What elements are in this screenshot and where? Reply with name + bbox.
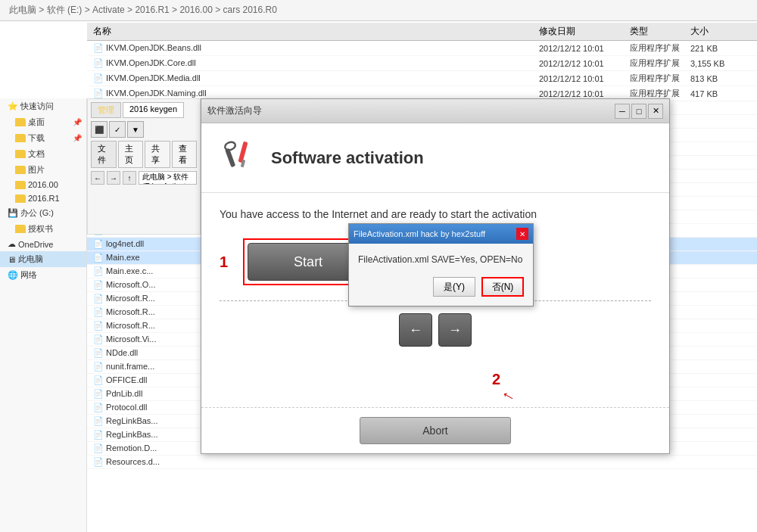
toolbar-tab-manage[interactable]: 管理 bbox=[91, 102, 121, 118]
sidebar-license[interactable]: 授权书 bbox=[0, 221, 86, 237]
file-activation-popup: FileActivation.xml hack by hex2stuff ✕ F… bbox=[348, 223, 534, 306]
sidebar-item-label: 2016.R1 bbox=[28, 194, 60, 203]
nav-up-btn[interactable]: ↑ bbox=[123, 171, 136, 185]
toolbar-btn-1[interactable]: ⬛ bbox=[91, 121, 107, 138]
folder-icon bbox=[15, 118, 26, 126]
sidebar-onedrive[interactable]: ☁ OneDrive bbox=[0, 237, 86, 251]
folder-icon bbox=[15, 134, 26, 142]
sidebar-item-label: 文档 bbox=[28, 148, 45, 160]
breadcrumb: 此电脑 > 软件 (E:) > Activate > 2016.R1 > 201… bbox=[0, 0, 757, 21]
drive-icon: 💾 bbox=[8, 208, 18, 218]
quick-access-icon: ⭐ bbox=[8, 101, 18, 111]
sidebar-item-label: 桌面 bbox=[28, 117, 45, 128]
sidebar-office-g[interactable]: 💾 办公 (G:) bbox=[0, 205, 86, 221]
toolbar-btn-group: ⬛ ✓ ▼ bbox=[91, 121, 144, 138]
dialog-icon-area bbox=[220, 138, 256, 177]
annotation-2: 2 bbox=[492, 371, 500, 388]
sidebar-2016-r1[interactable]: 2016.R1 bbox=[0, 191, 86, 205]
activation-status-text: You have access to the Internet and are … bbox=[220, 208, 651, 220]
col-name: 名称 bbox=[93, 25, 539, 38]
dialog-forward-btn[interactable]: → bbox=[438, 313, 472, 347]
dialog-minimize-btn[interactable]: ─ bbox=[615, 104, 630, 119]
tab-label: 查看 bbox=[179, 144, 187, 164]
sidebar-item-label: OneDrive bbox=[18, 240, 53, 249]
sidebar-item-label: 办公 (G:) bbox=[20, 207, 54, 219]
sidebar-downloads[interactable]: 下载 📌 bbox=[0, 130, 86, 146]
pin-icon: 📌 bbox=[73, 118, 82, 126]
table-row[interactable]: 📄 IKVM.OpenJDK.Beans.dll 2012/12/12 10:0… bbox=[87, 41, 757, 56]
toolbar-tab-keygen[interactable]: 2016 keygen bbox=[123, 102, 184, 118]
sidebar-item-label: 授权书 bbox=[28, 223, 53, 235]
popup-buttons: 是(Y) 否(N) bbox=[358, 277, 524, 297]
annotation-1: 1 bbox=[220, 254, 228, 271]
svg-rect-3 bbox=[225, 148, 235, 168]
tab-label: 管理 bbox=[98, 105, 114, 114]
sidebar-quick-access[interactable]: ⭐ 快速访问 bbox=[0, 98, 86, 114]
folder-icon bbox=[15, 194, 26, 203]
dialog-back-btn[interactable]: ← bbox=[399, 313, 432, 347]
back-arrow-icon: ← bbox=[409, 322, 422, 338]
dialog-window-controls: ─ □ ✕ bbox=[615, 104, 663, 119]
popup-body: FileActivation.xml SAVE=Yes, OPEN=No 是(Y… bbox=[349, 244, 533, 306]
tab-share[interactable]: 共享 bbox=[145, 141, 170, 168]
folder-icon bbox=[15, 166, 26, 174]
sidebar-documents[interactable]: 文档 bbox=[0, 146, 86, 162]
popup-close-btn[interactable]: ✕ bbox=[516, 228, 528, 240]
tools-icon bbox=[220, 138, 256, 175]
file-list-header: 名称 修改日期 类型 大小 bbox=[87, 23, 757, 41]
sidebar-2016-00[interactable]: 2016.00 bbox=[0, 178, 86, 191]
popup-title-text: FileActivation.xml hack by hex2stuff bbox=[354, 229, 485, 238]
explorer-toolbar-inner: 管理 2016 keygen ⬛ ✓ ▼ 文件 主页 共享 查看 ← → ↑ 此 bbox=[87, 98, 201, 235]
sidebar-item-label: 下载 bbox=[28, 132, 45, 144]
nav-forward-btn[interactable]: → bbox=[107, 171, 120, 185]
dialog-titlebar: 软件激活向导 ─ □ ✕ bbox=[201, 99, 669, 123]
toolbar-btn-3[interactable]: ▼ bbox=[127, 121, 144, 138]
cloud-icon: ☁ bbox=[8, 239, 16, 249]
table-row[interactable]: 📄 IKVM.OpenJDK.Media.dll 2012/12/12 10:0… bbox=[87, 71, 757, 86]
folder-icon bbox=[15, 225, 26, 233]
toolbar-buttons-row: ⬛ ✓ ▼ bbox=[91, 121, 197, 138]
dialog-close-btn[interactable]: ✕ bbox=[648, 104, 663, 119]
pin-icon: 📌 bbox=[73, 134, 82, 142]
nav-buttons-row: ← → bbox=[220, 313, 651, 347]
tab-label: 文件 bbox=[98, 144, 106, 164]
table-row[interactable]: 📄 IKVM.OpenJDK.Core.dll 2012/12/12 10:01… bbox=[87, 56, 757, 71]
popup-yes-btn[interactable]: 是(Y) bbox=[433, 277, 475, 297]
toolbar-btn-2[interactable]: ✓ bbox=[109, 121, 126, 138]
sidebar-this-pc[interactable]: 🖥 此电脑 bbox=[0, 251, 86, 267]
folder-icon bbox=[15, 181, 26, 189]
col-type: 类型 bbox=[630, 25, 690, 38]
nav-back-btn[interactable]: ← bbox=[91, 171, 104, 185]
sidebar-item-label: 快速访问 bbox=[20, 101, 54, 112]
sidebar-item-label: 图片 bbox=[28, 164, 45, 176]
sidebar-pictures[interactable]: 图片 bbox=[0, 162, 86, 178]
sidebar-item-label: 网络 bbox=[20, 269, 37, 281]
tab-home[interactable]: 主页 bbox=[118, 141, 144, 168]
address-nav-row: ← → ↑ 此电脑 > 软件 (E:) > Activate > 2016.R1… bbox=[91, 171, 197, 185]
tab-view[interactable]: 查看 bbox=[172, 141, 198, 168]
popup-no-btn[interactable]: 否(N) bbox=[481, 277, 524, 297]
dialog-maximize-btn[interactable]: □ bbox=[631, 104, 646, 119]
forward-arrow-icon: → bbox=[448, 322, 462, 338]
address-bar-inner: 此电脑 > 软件 (E:) > Activate > 2016.R1 > 201… bbox=[139, 171, 197, 185]
tab-label: 共享 bbox=[151, 144, 160, 164]
computer-icon: 🖥 bbox=[8, 255, 16, 264]
col-size: 大小 bbox=[690, 25, 751, 38]
popup-message: FileActivation.xml SAVE=Yes, OPEN=No bbox=[358, 254, 524, 265]
abort-button[interactable]: Abort bbox=[360, 417, 511, 444]
sidebar-item-label: 此电脑 bbox=[18, 254, 43, 265]
dialog-footer: Abort bbox=[201, 407, 669, 453]
popup-titlebar: FileActivation.xml hack by hex2stuff ✕ bbox=[349, 224, 533, 244]
explorer-left-panel: ⭐ 快速访问 桌面 📌 下载 📌 文档 图片 2016.00 2016.R1 bbox=[0, 98, 87, 532]
sidebar-desktop[interactable]: 桌面 📌 bbox=[0, 114, 86, 130]
dialog-title-text: 软件激活向导 bbox=[207, 104, 262, 117]
dialog-header: Software activation bbox=[201, 123, 669, 193]
toolbar-tabs-lower: 文件 主页 共享 查看 bbox=[91, 141, 197, 168]
sidebar-network[interactable]: 🌐 网络 bbox=[0, 267, 86, 283]
table-row[interactable]: 📄 Resources.d... bbox=[87, 456, 757, 469]
network-icon: 🌐 bbox=[8, 270, 18, 280]
tab-label: 2016 keygen bbox=[129, 104, 177, 114]
tab-file[interactable]: 文件 bbox=[91, 141, 117, 168]
dialog-title-main: Software activation bbox=[271, 148, 424, 168]
breadcrumb-text: 此电脑 > 软件 (E:) > Activate > 2016.R1 > 201… bbox=[9, 4, 277, 17]
